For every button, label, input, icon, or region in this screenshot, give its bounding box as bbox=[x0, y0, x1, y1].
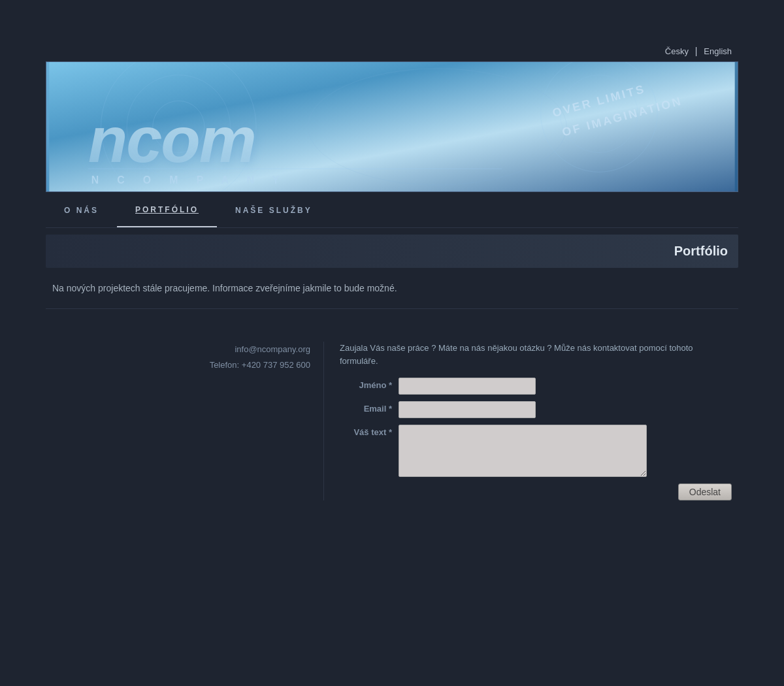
nav-item-nase-sluzby[interactable]: NAŠE SLUŽBY bbox=[217, 194, 331, 227]
form-row-message: Váš text * bbox=[340, 425, 732, 477]
form-intro-text: Zaujala Vás naše práce ? Máte na nás něj… bbox=[340, 342, 732, 367]
svg-text:N  C  O  M  P  A  N  Y: N C O M P A N Y bbox=[91, 174, 287, 186]
form-message-label: Váš text * bbox=[340, 425, 399, 437]
footer: info@ncompany.org Telefon: +420 737 952 … bbox=[46, 329, 738, 514]
footer-contact-info: info@ncompany.org Telefon: +420 737 952 … bbox=[52, 342, 324, 500]
form-email-input[interactable] bbox=[399, 401, 536, 418]
main-content: Na nových projektech stále pracujeme. In… bbox=[46, 268, 738, 309]
page-title: Portfólio bbox=[56, 244, 728, 259]
navigation: O NÁS PORTFÓLIO NAŠE SLUŽBY bbox=[46, 193, 738, 228]
form-row-name: Jméno * bbox=[340, 378, 732, 395]
lang-separator: | bbox=[695, 46, 698, 56]
form-row-email: Email * bbox=[340, 401, 732, 418]
footer-form-section: Zaujala Vás naše práce ? Máte na nás něj… bbox=[324, 342, 732, 500]
banner: ncom N C O M P A N Y OVER LIMITS OF IMAG… bbox=[46, 61, 738, 192]
form-submit-button[interactable]: Odeslat bbox=[678, 483, 732, 500]
form-submit-row: Odeslat bbox=[340, 483, 732, 500]
form-name-input[interactable] bbox=[399, 378, 536, 395]
footer-email: info@ncompany.org bbox=[52, 342, 310, 357]
lang-english[interactable]: English bbox=[704, 46, 732, 56]
nav-item-portfolio[interactable]: PORTFÓLIO bbox=[117, 193, 217, 227]
page-header: Portfólio bbox=[46, 235, 738, 268]
svg-text:ncom: ncom bbox=[88, 103, 255, 176]
nav-item-o-nas[interactable]: O NÁS bbox=[46, 194, 117, 227]
form-message-textarea[interactable] bbox=[399, 425, 647, 477]
form-email-label: Email * bbox=[340, 401, 399, 414]
language-bar: Česky | English bbox=[46, 46, 738, 61]
form-name-label: Jméno * bbox=[340, 378, 399, 390]
footer-phone: Telefon: +420 737 952 600 bbox=[52, 357, 310, 372]
lang-cesky[interactable]: Česky bbox=[665, 46, 689, 56]
banner-inner: ncom N C O M P A N Y OVER LIMITS OF IMAG… bbox=[46, 62, 738, 191]
content-text: Na nových projektech stále pracujeme. In… bbox=[52, 281, 732, 295]
